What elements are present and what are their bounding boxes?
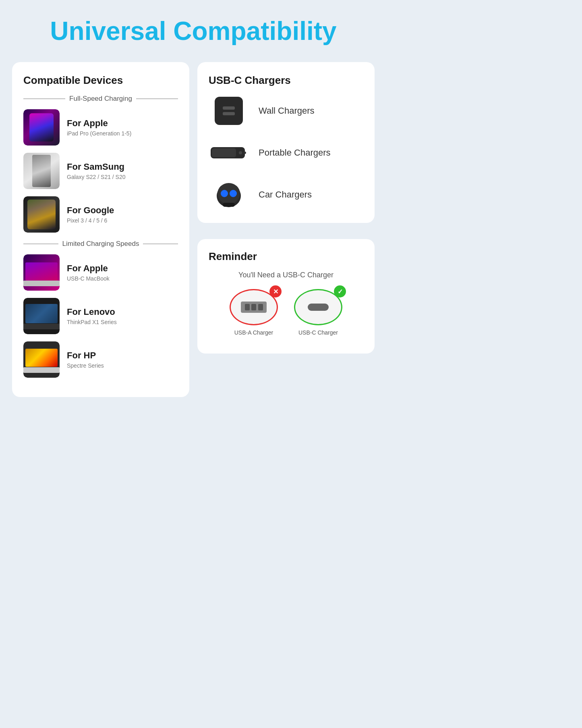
limited-speed-label: Limited Charging Speeds [62,240,139,248]
usb-c-label: USB-C Charger [298,329,338,336]
good-badge-icon: ✓ [334,285,346,297]
device-info-apple-ipad: For Apple iPad Pro (Generation 1-5) [67,118,178,137]
full-speed-label: Full-Speed Charging [69,95,132,103]
usb-chargers-title: USB-C Chargers [209,74,363,87]
device-image-apple-ipad [23,109,60,146]
device-item-lenovo: For Lenovo ThinkPad X1 Series [23,298,178,334]
portable-charger-image-box [209,137,249,169]
main-grid: Compatible Devices Full-Speed Charging F… [12,62,375,397]
device-info-lenovo: For Lenovo ThinkPad X1 Series [67,307,178,325]
device-model-google: Pixel 3 / 4 / 5 / 6 [67,217,178,224]
device-brand-lenovo: For Lenovo [67,307,178,317]
device-item-google: For Google Pixel 3 / 4 / 5 / 6 [23,196,178,233]
svg-rect-1 [212,148,236,157]
lenovo-image [23,298,60,334]
device-image-lenovo [23,298,60,334]
usb-a-shape [241,302,267,313]
divider-line-left [23,98,65,99]
samsung-image [23,153,60,189]
svg-point-2 [239,151,242,154]
reminder-title: Reminder [209,250,363,263]
divider-line-left2 [23,243,58,244]
usb-a-pin-2 [251,304,256,310]
device-model-samsung: Galaxy S22 / S21 / S20 [67,174,178,180]
charger-item-portable: Portable Chargers [209,137,363,169]
device-image-google [23,196,60,233]
google-image [23,196,60,233]
right-column: USB-C Chargers Wall Chargers [197,62,375,354]
device-model-macbook: USB-C MacBook [67,275,178,282]
svg-point-7 [230,190,237,197]
device-brand-samsung: For SamSung [67,162,178,172]
car-charger-image-box [209,179,249,211]
usb-a-option: ✕ USB-A Charger [230,289,278,336]
portable-charger-svg [210,146,248,160]
hp-image [23,341,60,378]
full-speed-divider: Full-Speed Charging [23,95,178,103]
device-info-macbook: For Apple USB-C MacBook [67,263,178,282]
device-brand-hp: For HP [67,350,178,361]
limited-speed-divider: Limited Charging Speeds [23,240,178,248]
svg-point-6 [221,190,228,197]
divider-line-right [136,98,178,99]
device-item-hp: For HP Spectre Series [23,341,178,378]
wall-charger-shape [215,97,243,125]
usb-c-shape [308,304,329,311]
device-brand-apple-ipad: For Apple [67,118,178,129]
device-image-hp [23,341,60,378]
usb-a-pin-3 [258,304,263,310]
device-item-apple-ipad: For Apple iPad Pro (Generation 1-5) [23,109,178,146]
usb-c-circle: ✓ [294,289,342,325]
device-brand-macbook: For Apple [67,263,178,274]
page-title: Universal Compatibility [50,16,336,46]
reminder-card: Reminder You'll Need a USB-C Charger ✕ U… [197,239,375,354]
reminder-subtitle: You'll Need a USB-C Charger [209,271,363,279]
svg-rect-8 [223,203,235,207]
charger-item-car: Car Chargers [209,179,363,211]
usb-c-option: ✓ USB-C Charger [294,289,342,336]
charger-comparison: ✕ USB-A Charger ✓ USB-C Charger [209,289,363,336]
usb-a-label: USB-A Charger [234,329,273,336]
divider-line-right2 [143,243,178,244]
car-charger-svg [215,181,243,209]
bad-badge-icon: ✕ [269,285,282,297]
device-brand-google: For Google [67,205,178,216]
compatible-devices-card: Compatible Devices Full-Speed Charging F… [12,62,189,397]
wall-charger-label: Wall Chargers [259,106,315,116]
device-info-hp: For HP Spectre Series [67,350,178,369]
usb-a-circle: ✕ [230,289,278,325]
wall-charger-image-box [209,95,249,127]
device-model-apple-ipad: iPad Pro (Generation 1-5) [67,130,178,137]
compatible-devices-title: Compatible Devices [23,74,178,87]
apple-ipad-image [23,109,60,146]
car-charger-label: Car Chargers [259,189,312,200]
usb-chargers-card: USB-C Chargers Wall Chargers [197,62,375,223]
device-image-samsung [23,153,60,189]
macbook-image [23,254,60,291]
device-model-hp: Spectre Series [67,362,178,369]
svg-point-3 [244,152,246,154]
charger-item-wall: Wall Chargers [209,95,363,127]
device-info-samsung: For SamSung Galaxy S22 / S21 / S20 [67,162,178,180]
device-item-apple-macbook: For Apple USB-C MacBook [23,254,178,291]
usb-a-pin-1 [245,304,250,310]
device-item-samsung: For SamSung Galaxy S22 / S21 / S20 [23,153,178,189]
device-model-lenovo: ThinkPad X1 Series [67,319,178,325]
device-info-google: For Google Pixel 3 / 4 / 5 / 6 [67,205,178,224]
portable-charger-label: Portable Chargers [259,148,331,158]
device-image-macbook [23,254,60,291]
